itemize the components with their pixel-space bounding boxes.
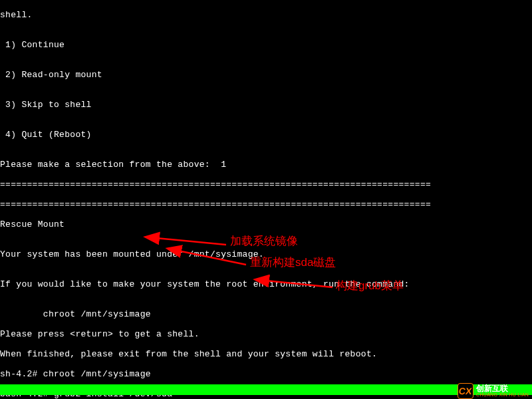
instruction-command: chroot /mnt/sysimage [0,309,532,319]
section-title: Rescue Mount [0,219,532,229]
watermark-logo-icon: CX [458,383,473,399]
tmux-status-bar[interactable]: [anaconda] 1:main* 2:shell 3:log 4:stora… [0,384,532,395]
instruction: Please press <return> to get a shell. [0,329,532,339]
selection-prompt: Please make a selection from the above: … [0,160,532,170]
watermark-cn: 创新互联 [476,384,529,392]
watermark: CX 创新互联 CHUANG XIN HU LIAN [458,384,529,398]
divider: ========================================… [0,200,532,209]
watermark-text: 创新互联 CHUANG XIN HU LIAN [476,384,529,398]
terminal-output: shell. 1) Continue 2) Read-only mount 3)… [0,0,532,399]
divider: ========================================… [0,180,532,190]
mount-message: Your system has been mounted under /mnt/… [0,249,532,259]
shell-prompt[interactable]: sh-4.2# chroot /mnt/sysimage [0,369,532,379]
watermark-logo-text: CX [458,386,473,396]
menu-option-continue[interactable]: 1) Continue [0,40,532,50]
instruction: If you would like to make your system th… [0,279,532,289]
menu-option-readonly[interactable]: 2) Read-only mount [0,70,532,80]
menu-option-shell[interactable]: 3) Skip to shell [0,100,532,110]
menu-option-quit[interactable]: 4) Quit (Reboot) [0,130,532,140]
instruction: When finished, please exit from the shel… [0,349,532,359]
line: shell. [0,10,532,20]
watermark-en: CHUANG XIN HU LIAN [476,392,529,398]
